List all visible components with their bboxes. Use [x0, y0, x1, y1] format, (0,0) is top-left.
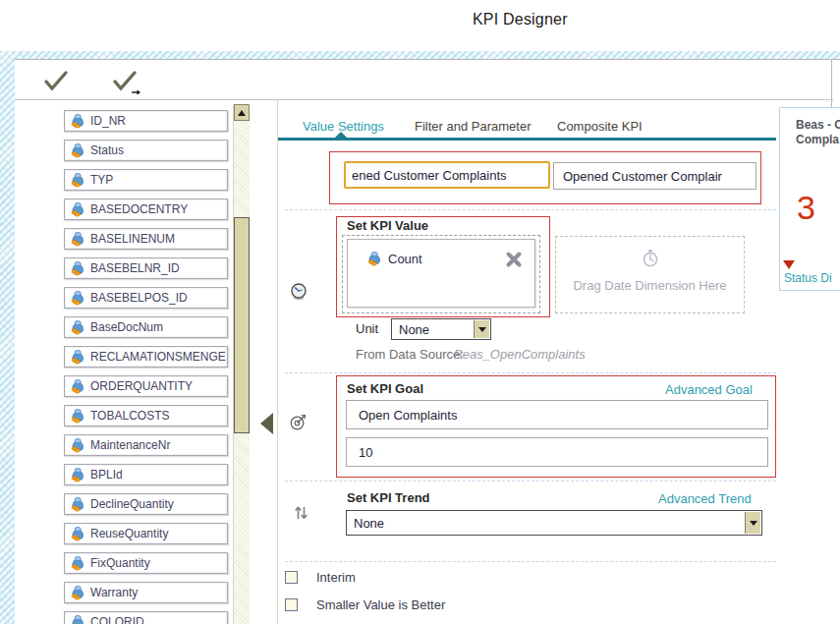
field-item[interactable]: RECLAMATIONSMENGE: [64, 346, 228, 368]
kpi-value-clock-icon: [289, 282, 308, 302]
field-item[interactable]: ORDERQUANTITY: [64, 375, 228, 397]
unit-select-dropdown-button[interactable]: [474, 320, 489, 338]
section-separator: [285, 372, 776, 373]
measure-icon: [70, 231, 85, 247]
measure-icon: [70, 496, 85, 512]
scroll-up-arrow-icon: [238, 110, 246, 116]
window-right-border: [831, 60, 832, 109]
kpi-preview-card: Beas - O Compla 3 Status Di: [779, 107, 840, 291]
kpi-goal-target-icon: [288, 411, 309, 432]
field-item[interactable]: Status: [64, 140, 228, 161]
measure-icon: [70, 614, 85, 624]
measure-icon: [70, 526, 85, 541]
smaller-value-checkbox[interactable]: [285, 598, 298, 611]
field-item-label: DeclineQuantity: [90, 497, 174, 511]
datasource-value: Beas_OpenComplaints: [454, 347, 586, 362]
field-item[interactable]: BASEDOCENTRY: [64, 199, 228, 220]
goal-value-input[interactable]: [346, 437, 768, 467]
section-separator: [285, 209, 776, 210]
stopwatch-icon: [556, 249, 744, 272]
tab-underline: [278, 138, 776, 141]
status-link[interactable]: Status Di: [784, 271, 832, 285]
datasource-label: From Data Source:: [356, 347, 464, 362]
section-separator: [285, 481, 776, 482]
preview-kpi-value: 3: [797, 189, 815, 227]
field-list: ID_NR Status: [64, 110, 241, 624]
field-item[interactable]: TOBALCOSTS: [64, 405, 228, 426]
kpi-name-input[interactable]: [344, 161, 550, 189]
field-item[interactable]: Warranty: [64, 582, 228, 603]
collapse-sidebar-arrow[interactable]: [260, 413, 273, 434]
field-item[interactable]: BASEBELNR_ID: [64, 257, 228, 279]
field-item-label: TOBALCOSTS: [90, 409, 169, 423]
smaller-value-checkbox-label: Smaller Value is Better: [316, 597, 445, 612]
measure-icon: [70, 378, 85, 394]
kpi-trend-arrows-icon: [293, 502, 310, 522]
trend-select[interactable]: None: [346, 510, 762, 536]
trend-select-value: None: [354, 516, 384, 531]
tab-filter-and-parameter[interactable]: Filter and Parameter: [415, 119, 532, 134]
set-kpi-goal-header: Set KPI Goal: [347, 381, 423, 396]
date-dimension-drop-zone[interactable]: Drag Date Dimension Here: [555, 236, 745, 313]
field-item-label: BASEBELNR_ID: [90, 261, 180, 275]
set-kpi-trend-header: Set KPI Trend: [347, 490, 430, 505]
scroll-up-button[interactable]: [234, 104, 250, 121]
field-item[interactable]: BaseDocNum: [64, 316, 228, 338]
measure-icon: [70, 201, 85, 217]
confirm-check-icon[interactable]: [42, 70, 76, 95]
preview-card-title: Beas - O Compla: [796, 118, 840, 147]
measure-icon: [70, 319, 85, 335]
field-item-label: ReuseQuantity: [90, 527, 168, 540]
field-item[interactable]: BPLId: [64, 464, 228, 485]
kpi-designer-window: ID_NR Status: [15, 59, 840, 624]
advanced-trend-link[interactable]: Advanced Trend: [658, 491, 752, 506]
field-item[interactable]: BASELINENUM: [64, 228, 228, 250]
set-kpi-value-header: Set KPI Value: [347, 218, 428, 233]
measure-icon: [70, 408, 85, 424]
field-item-label: ID_NR: [90, 114, 126, 128]
field-item-label: TYP: [90, 173, 113, 187]
field-item-label: BASELINENUM: [90, 232, 175, 246]
field-item[interactable]: BASEBELPOS_ID: [64, 287, 228, 309]
field-item-label: Status: [90, 143, 124, 157]
tab-composite-kpi[interactable]: Composite KPI: [557, 119, 643, 134]
measure-icon: [70, 113, 85, 129]
goal-name-input[interactable]: [346, 400, 768, 429]
field-item[interactable]: COLORID: [64, 611, 228, 624]
measure-chip-count[interactable]: Count: [361, 251, 422, 266]
confirm-next-check-icon[interactable]: [111, 70, 144, 95]
measure-icon: [70, 585, 85, 600]
measure-icon: [70, 467, 85, 482]
unit-select[interactable]: None: [391, 318, 491, 340]
field-list-scrollbar[interactable]: [233, 104, 250, 624]
toolbar-divider: [15, 99, 833, 100]
chevron-down-icon: [478, 327, 486, 332]
kpi-display-name-input[interactable]: [553, 162, 756, 190]
field-item[interactable]: ID_NR: [64, 110, 228, 132]
preview-card-title-line2: Compla: [796, 133, 840, 147]
field-item[interactable]: FixQuantity: [64, 552, 228, 574]
field-item-label: BaseDocNum: [90, 320, 163, 334]
kpi-designer-screen: { "window": { "title": "KPI Designer" },…: [0, 0, 840, 624]
section-separator: [285, 561, 776, 562]
trend-down-arrow-icon: [783, 260, 795, 269]
field-item[interactable]: DeclineQuantity: [64, 493, 228, 515]
date-drop-hint: Drag Date Dimension Here: [556, 278, 744, 293]
field-item[interactable]: MaintenanceNr: [64, 434, 228, 456]
field-item[interactable]: ReuseQuantity: [64, 523, 228, 544]
preview-card-title-line1: Beas - O: [796, 118, 840, 133]
field-item-label: MaintenanceNr: [90, 438, 170, 452]
measure-icon: [70, 437, 85, 453]
interim-checkbox-label: Interim: [316, 570, 356, 585]
measure-icon: [70, 555, 85, 571]
measure-icon: [366, 251, 382, 266]
remove-measure-icon[interactable]: [504, 250, 524, 269]
scrollbar-thumb[interactable]: [234, 217, 250, 433]
unit-select-value: None: [399, 322, 429, 337]
field-item[interactable]: TYP: [64, 169, 228, 191]
chevron-down-icon: [750, 521, 757, 526]
interim-checkbox[interactable]: [285, 571, 298, 584]
trend-select-dropdown-button[interactable]: [745, 512, 760, 534]
decor-stripe-left: [0, 51, 15, 624]
advanced-goal-link[interactable]: Advanced Goal: [665, 382, 753, 397]
